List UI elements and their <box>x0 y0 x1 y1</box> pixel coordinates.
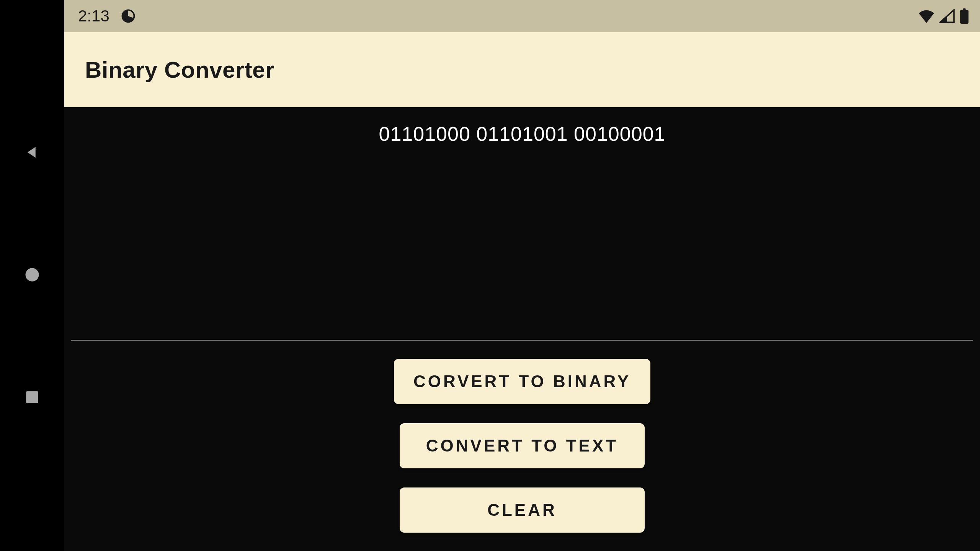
svg-rect-3 <box>960 10 969 24</box>
recents-button[interactable] <box>24 389 40 407</box>
battery-icon <box>959 8 969 24</box>
status-bar-left: 2:13 <box>78 7 136 25</box>
convert-to-text-button[interactable]: CONVERT TO TEXT <box>400 423 645 468</box>
app-title: Binary Converter <box>85 57 274 83</box>
svg-rect-1 <box>26 391 38 403</box>
wifi-icon <box>918 9 935 23</box>
back-triangle-icon <box>24 144 40 160</box>
app-bar: Binary Converter <box>64 32 980 107</box>
app-screen: 2:13 Binary Converter C <box>64 0 980 551</box>
recents-square-icon <box>24 389 40 405</box>
notification-icon <box>121 9 136 23</box>
home-button[interactable] <box>24 267 40 284</box>
status-bar: 2:13 <box>64 0 980 32</box>
button-stack: CORVERT TO BINARY CONVERT TO TEXT CLEAR <box>71 359 973 533</box>
back-button[interactable] <box>24 144 40 162</box>
cellular-signal-icon <box>939 9 955 23</box>
binary-input[interactable] <box>71 107 973 341</box>
svg-rect-4 <box>963 8 965 10</box>
status-bar-right <box>918 8 969 24</box>
status-bar-time: 2:13 <box>78 7 109 25</box>
svg-point-0 <box>26 268 39 282</box>
clear-button[interactable]: CLEAR <box>400 487 645 533</box>
android-nav-bar <box>0 0 64 551</box>
convert-to-binary-button[interactable]: CORVERT TO BINARY <box>394 359 650 404</box>
home-circle-icon <box>24 267 40 283</box>
content-area: CORVERT TO BINARY CONVERT TO TEXT CLEAR <box>64 107 980 551</box>
